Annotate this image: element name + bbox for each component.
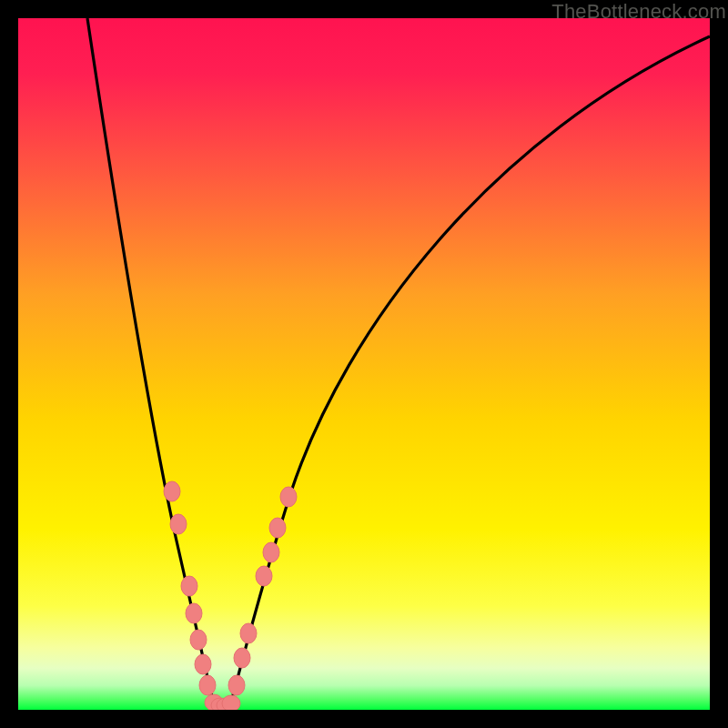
marker bbox=[199, 675, 216, 695]
marker bbox=[263, 542, 279, 562]
watermark-text: TheBottleneck.com bbox=[551, 0, 726, 24]
marker bbox=[228, 675, 245, 695]
marker bbox=[181, 576, 197, 596]
marker bbox=[240, 623, 257, 643]
marker bbox=[190, 630, 207, 650]
marker bbox=[222, 695, 240, 710]
marker bbox=[280, 487, 297, 507]
marker bbox=[164, 481, 180, 501]
marker bbox=[195, 654, 211, 674]
chart-frame bbox=[18, 18, 710, 710]
marker bbox=[256, 566, 272, 586]
chart-background bbox=[18, 18, 710, 710]
marker bbox=[269, 518, 286, 538]
marker bbox=[170, 514, 187, 534]
marker bbox=[234, 648, 250, 668]
marker bbox=[186, 603, 202, 623]
chart-svg bbox=[18, 18, 710, 710]
